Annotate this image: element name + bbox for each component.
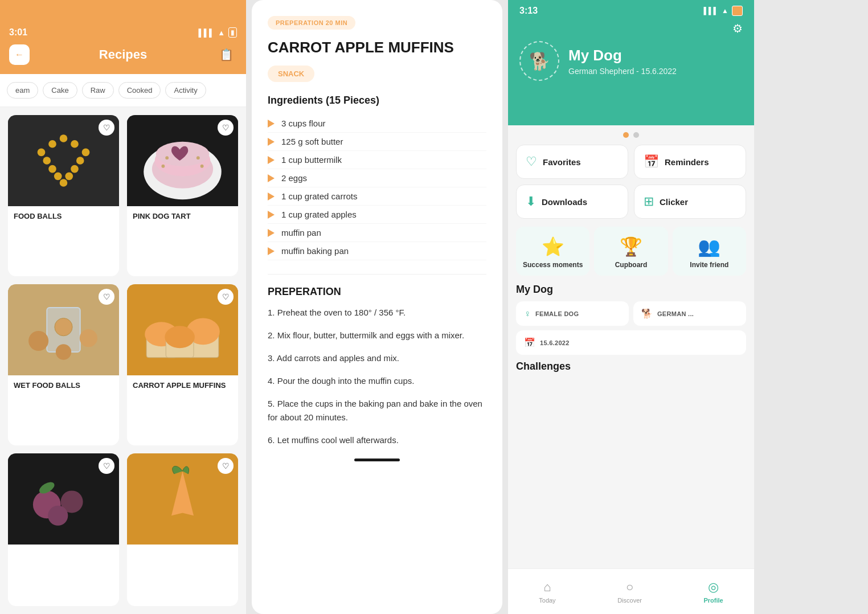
svg-point-39 xyxy=(48,506,68,526)
breed-text: GERMAN ... xyxy=(657,310,694,317)
svg-point-12 xyxy=(60,179,68,187)
favorite-button-bottom1[interactable]: ♡ xyxy=(99,458,114,474)
recipe-label-pink-tart: PINK DOG TART xyxy=(127,206,238,227)
favorite-button-bottom2[interactable]: ♡ xyxy=(218,458,234,474)
prep-step-5: 6. Let muffins cool well afterwards. xyxy=(268,433,486,447)
prep-title: PREPERATION xyxy=(268,286,486,298)
ingredient-item-5: 1 cup grated apples xyxy=(268,206,486,224)
recipe-card-wet-balls[interactable]: ♡ WET FOOD BALLS xyxy=(8,284,119,445)
recipe-label-bottom1 xyxy=(8,545,119,557)
bottom-pill xyxy=(354,459,400,461)
svg-point-5 xyxy=(82,149,90,157)
recipe-card-food-balls[interactable]: ♡ FOOD BALLS xyxy=(8,115,119,276)
clicker-icon: ⊞ xyxy=(644,194,654,209)
challenges-heading: Challenges xyxy=(508,355,754,376)
my-dog-section: My Dog ♀ FEMALE DOG 🐕 GERMAN ... 📅 15.6.… xyxy=(508,284,754,355)
back-icon: ← xyxy=(15,50,24,60)
prep-step-1: 2. Mix flour, butter, buttermilk and egg… xyxy=(268,329,486,342)
action-card-reminders[interactable]: 📅 Reminders xyxy=(634,145,746,179)
ingredient-text-6: muffin pan xyxy=(281,228,321,238)
recipe-card-bottom2[interactable]: ♡ xyxy=(127,453,238,606)
recipe-card-pink-tart[interactable]: ♡ PINK DOG TART xyxy=(127,115,238,276)
battery-icon-profile: ▮ xyxy=(732,6,743,16)
action-card-downloads[interactable]: ⬇ Downloads xyxy=(516,185,628,219)
prep-step-4: 5. Place the cups in the baking pan and … xyxy=(268,397,486,424)
type-badge: SNACK xyxy=(268,66,314,82)
filter-bar: eam Cake Raw Cooked Activity xyxy=(0,74,246,107)
recipe-card-bottom1[interactable]: ♡ xyxy=(8,453,119,606)
feature-card-success[interactable]: ⭐ Success moments xyxy=(516,227,589,276)
add-recipe-button[interactable]: 📋 xyxy=(216,44,237,65)
action-card-clicker[interactable]: ⊞ Clicker xyxy=(634,185,746,219)
recipe-image-carrot-muffins: ♡ xyxy=(127,284,238,375)
ingredient-text-2: 1 cup buttermilk xyxy=(281,155,342,165)
page-title: Recipes xyxy=(99,47,147,62)
dog-breed-item: 🐕 GERMAN ... xyxy=(633,301,746,326)
ingredient-text-3: 2 eggs xyxy=(281,173,307,183)
battery-icon: ▮ xyxy=(228,27,237,38)
date-icon: 📅 xyxy=(524,337,535,348)
clicker-label: Clicker xyxy=(660,197,688,207)
recipe-label-wet-balls: WET FOOD BALLS xyxy=(8,375,119,396)
filter-chip-cake[interactable]: Cake xyxy=(43,82,77,99)
favorite-button-carrot-muffins[interactable]: ♡ xyxy=(218,289,234,305)
filter-chip-cooked[interactable]: Cooked xyxy=(118,82,161,99)
action-card-favorites[interactable]: ♡ Favorites xyxy=(516,145,628,179)
svg-point-3 xyxy=(71,140,79,148)
ingredient-item-3: 2 eggs xyxy=(268,169,486,187)
panel-detail: PREPERATION 20 MIN CARROT APPLE MUFFINS … xyxy=(252,0,502,614)
filter-chip-raw[interactable]: Raw xyxy=(82,82,114,99)
dog-breed: German Shepherd - 15.6.2022 xyxy=(568,67,677,76)
ingredient-item-7: muffin baking pan xyxy=(268,242,486,260)
status-time: 3:01 xyxy=(9,27,27,38)
feature-card-cupboard[interactable]: 🏆 Cupboard xyxy=(594,227,668,276)
svg-point-21 xyxy=(200,165,204,168)
reminders-label: Reminders xyxy=(665,157,709,167)
favorites-label: Favorites xyxy=(543,157,581,167)
filter-chip-activity[interactable]: Activity xyxy=(165,82,206,99)
carousel-dots xyxy=(508,132,754,138)
nav-profile[interactable]: ◎ Profile xyxy=(703,580,723,604)
today-icon: ⌂ xyxy=(543,580,551,595)
recipe-image-food-balls: ♡ xyxy=(8,115,119,206)
dog-gender-item: ♀ FEMALE DOG xyxy=(516,301,629,326)
add-icon: 📋 xyxy=(219,48,234,62)
dot-inactive xyxy=(633,132,639,138)
date-text: 15.6.2022 xyxy=(540,339,570,346)
filter-chip-cream[interactable]: eam xyxy=(7,82,38,99)
breed-icon: 🐕 xyxy=(641,308,653,319)
nav-discover[interactable]: ○ Discover xyxy=(617,580,642,604)
favorite-button-wet-balls[interactable]: ♡ xyxy=(99,289,114,305)
ingredient-arrow-7 xyxy=(268,247,275,255)
recipes-grid: ♡ FOOD BALLS xyxy=(0,107,246,614)
panel-profile: 3:13 ▌▌▌ ▲ ▮ ⚙ 🐕 My Dog German Shepherd … xyxy=(508,0,754,614)
reminders-icon: 📅 xyxy=(644,154,659,169)
invite-label: Invite friend xyxy=(690,261,728,269)
status-bar: 3:01 ▌▌▌ ▲ ▮ xyxy=(9,23,237,44)
favorite-button-food-balls[interactable]: ♡ xyxy=(99,120,114,136)
gender-icon: ♀ xyxy=(524,309,531,319)
ingredient-arrow-0 xyxy=(268,120,275,128)
recipe-image-bottom1: ♡ xyxy=(8,453,119,545)
profile-icon: ◎ xyxy=(708,580,719,595)
cupboard-label: Cupboard xyxy=(615,261,648,269)
ingredient-arrow-3 xyxy=(268,174,275,182)
dog-details-grid: ♀ FEMALE DOG 🐕 GERMAN ... xyxy=(516,301,746,326)
back-button[interactable]: ← xyxy=(9,44,30,65)
settings-icon[interactable]: ⚙ xyxy=(732,22,743,35)
recipe-card-carrot-muffins[interactable]: ♡ CARROT APPLE MUFFINS xyxy=(127,284,238,445)
dog-profile-row: 🐕 My Dog German Shepherd - 15.6.2022 xyxy=(519,41,743,81)
nav-today[interactable]: ⌂ Today xyxy=(539,580,555,604)
svg-point-18 xyxy=(165,156,169,159)
ingredient-item-2: 1 cup buttermilk xyxy=(268,151,486,169)
recipes-header: 3:01 ▌▌▌ ▲ ▮ ← Recipes 📋 xyxy=(0,0,246,74)
gender-text: FEMALE DOG xyxy=(535,310,579,317)
success-icon: ⭐ xyxy=(542,236,564,257)
signal-icon-profile: ▌▌▌ xyxy=(704,7,719,15)
dog-name: My Dog xyxy=(568,47,677,64)
wifi-icon: ▲ xyxy=(218,28,225,37)
favorite-button-pink-tart[interactable]: ♡ xyxy=(218,120,234,136)
feature-card-invite[interactable]: 👥 Invite friend xyxy=(673,227,746,276)
downloads-icon: ⬇ xyxy=(526,194,536,209)
dog-date-item: 📅 15.6.2022 xyxy=(516,330,746,355)
